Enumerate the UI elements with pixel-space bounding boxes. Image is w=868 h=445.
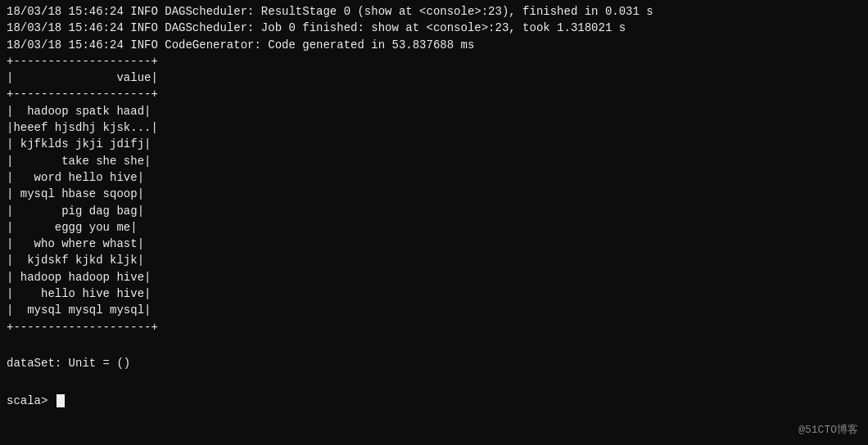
table-header: | value|	[7, 70, 861, 86]
table-row-10: | kjdskf kjkd kljk|	[7, 252, 861, 268]
table-row-5: | word hello hive|	[7, 169, 861, 186]
table-row-6: | mysql hbase sqoop|	[7, 186, 861, 202]
dataset-output: dataSet: Unit = ()	[7, 355, 861, 372]
table-row-9: | who where whast|	[7, 236, 861, 252]
table-separator-top: +--------------------+	[7, 53, 861, 70]
log-line-1: 18/03/18 15:46:24 INFO DAGScheduler: Res…	[7, 3, 861, 20]
table-row-2: |heeef hjsdhj kjsk...|	[7, 119, 861, 136]
table-row-11: | hadoop hadoop hive|	[7, 269, 861, 285]
table-separator-header: +--------------------+	[7, 86, 861, 102]
table-row-8: | eggg you me|	[7, 219, 861, 236]
log-line-3: 18/03/18 15:46:24 INFO CodeGenerator: Co…	[7, 37, 861, 53]
empty-line-2	[7, 372, 861, 389]
scala-prompt-text: scala>	[7, 393, 55, 410]
table-row-7: | pig dag bag|	[7, 203, 861, 219]
cursor-block	[57, 394, 65, 407]
table-row-4: | take she she|	[7, 153, 861, 169]
empty-line-1	[7, 335, 861, 352]
scala-prompt-line[interactable]: scala>	[7, 393, 861, 410]
watermark: @51CTO博客	[798, 422, 858, 437]
table-row-1: | hadoop spatk haad|	[7, 103, 861, 119]
log-line-2: 18/03/18 15:46:24 INFO DAGScheduler: Job…	[7, 20, 861, 36]
terminal-window: 18/03/18 15:46:24 INFO DAGScheduler: Res…	[0, 0, 868, 445]
table-separator-bottom: +--------------------+	[7, 319, 861, 335]
table-row-3: | kjfklds jkji jdifj|	[7, 136, 861, 152]
table-row-13: | mysql mysql mysql|	[7, 302, 861, 318]
table-row-12: | hello hive hive|	[7, 285, 861, 302]
